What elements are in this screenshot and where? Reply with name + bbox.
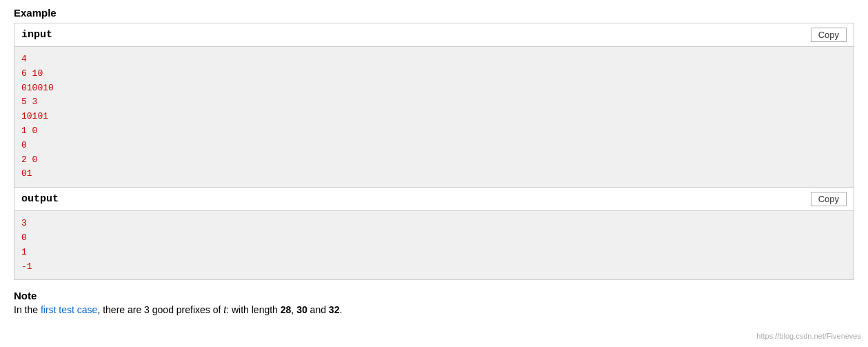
code-line: 01 xyxy=(21,167,847,181)
code-blocks-container: input Copy 46 100100105 3101011 002 001 … xyxy=(14,23,854,280)
output-copy-button[interactable]: Copy xyxy=(811,192,847,206)
note-text-and1: , xyxy=(291,304,296,315)
code-line: 2 0 xyxy=(21,153,847,168)
output-header: output Copy xyxy=(14,188,854,211)
input-content: 46 100100105 3101011 002 001 xyxy=(14,47,854,187)
watermark: https://blog.csdn.net/Fiveneves xyxy=(756,332,861,340)
note-text: In the first test case, there are 3 good… xyxy=(14,304,854,315)
input-copy-button[interactable]: Copy xyxy=(811,28,847,42)
code-line: 5 3 xyxy=(21,95,847,110)
note-bold3: 32 xyxy=(329,304,340,315)
note-text-and2: and xyxy=(307,304,329,315)
code-line: 10101 xyxy=(21,110,847,124)
input-block: input Copy 46 100100105 3101011 002 001 xyxy=(14,23,854,188)
code-line: 1 xyxy=(21,246,847,260)
note-section: Note In the first test case, there are 3… xyxy=(14,290,854,315)
input-header: input Copy xyxy=(14,23,854,47)
output-content: 301-1 xyxy=(14,211,854,279)
code-line: 0 xyxy=(21,231,847,246)
code-line: 6 10 xyxy=(21,67,847,81)
example-section: Example input Copy 46 100100105 3101011 … xyxy=(14,7,854,280)
note-bold1: 28 xyxy=(281,304,292,315)
note-text-middle: , there are 3 good prefixes of xyxy=(97,304,223,315)
note-bold2: 30 xyxy=(296,304,307,315)
output-block: output Copy 301-1 xyxy=(14,188,854,279)
example-title: Example xyxy=(14,7,854,19)
note-highlight: first test case xyxy=(41,304,97,315)
note-title: Note xyxy=(14,290,854,301)
code-line: 4 xyxy=(21,52,847,67)
code-line: 1 0 xyxy=(21,124,847,139)
code-line: 0 xyxy=(21,139,847,153)
note-text-end: . xyxy=(339,304,342,315)
code-line: 010010 xyxy=(21,81,847,96)
note-text-before: In the xyxy=(14,304,41,315)
code-line: -1 xyxy=(21,260,847,275)
note-text-after: : with length xyxy=(226,304,281,315)
output-label: output xyxy=(21,193,59,205)
input-label: input xyxy=(21,29,52,41)
code-line: 3 xyxy=(21,217,847,231)
